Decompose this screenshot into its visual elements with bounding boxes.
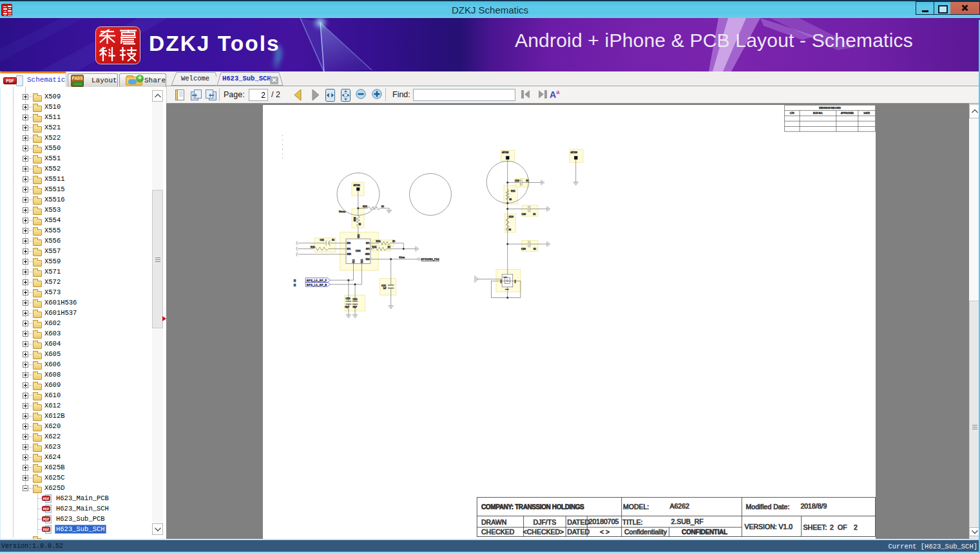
svg-text:20180705: 20180705 — [589, 518, 619, 525]
svg-text:<CHECKED>: <CHECKED> — [523, 528, 564, 536]
svg-text:R215: R215 — [372, 246, 377, 248]
svg-text:NC: NC — [533, 213, 536, 216]
svg-text:RC1: RC1 — [352, 259, 355, 263]
svg-text:RF1: RF1 — [366, 242, 370, 245]
svg-text:[1]: [1] — [294, 284, 296, 286]
svg-text:DRAWN: DRAWN — [481, 518, 506, 526]
svg-text:C208: C208 — [521, 248, 526, 250]
svg-text:ECR NO.: ECR NO. — [813, 112, 823, 115]
svg-text:GND: GND — [500, 279, 502, 283]
svg-text:33pF: 33pF — [353, 306, 358, 308]
svg-text:OF: OF — [838, 523, 847, 531]
svg-text:DATED: DATED — [567, 528, 590, 536]
svg-text:CONFIDENTIAL: CONFIDENTIAL — [682, 529, 727, 536]
svg-text:NC: NC — [388, 246, 390, 248]
svg-text:C214: C214 — [353, 298, 358, 301]
svg-text:1uF: 1uF — [383, 287, 387, 290]
svg-text:SHEET:: SHEET: — [803, 523, 827, 531]
svg-text:[1]: [1] — [294, 279, 296, 282]
svg-text:R214: R214 — [376, 240, 381, 243]
svg-text:RF2: RF2 — [366, 248, 370, 250]
svg-text:LTR: LTR — [790, 112, 794, 115]
svg-text:APPROVED: APPROVED — [841, 112, 854, 115]
svg-text:RF4: RF4 — [347, 248, 351, 250]
svg-text:NC: NC — [526, 180, 528, 182]
svg-text:GPS_L1_RF_P: GPS_L1_RF_P — [307, 279, 327, 282]
svg-text:GPS2600_PA1: GPS2600_PA1 — [421, 258, 439, 261]
svg-text:2018/8/9: 2018/8/9 — [800, 502, 827, 510]
svg-text:ANT201: ANT201 — [354, 184, 361, 187]
svg-text:Confidentiality: Confidentiality — [624, 528, 668, 536]
svg-text:COMPANY: TRANSSION HOLDINGS: COMPANY: TRANSSION HOLDINGS — [481, 503, 584, 511]
svg-text:REVISION RECORD: REVISION RECORD — [819, 107, 841, 109]
svg-text:NC: NC — [392, 240, 395, 243]
svg-text:NC: NC — [381, 205, 384, 208]
svg-text:U202: U202 — [356, 250, 361, 252]
svg-text:Modified Date:: Modified Date: — [746, 503, 790, 511]
svg-text:RC2: RC2 — [361, 259, 363, 263]
svg-text:RF3: RF3 — [347, 242, 351, 245]
svg-text:A6262: A6262 — [670, 502, 690, 510]
svg-text:C213: C213 — [346, 297, 351, 300]
svg-text:RFC: RFC — [358, 234, 360, 238]
svg-text:CHECKED: CHECKED — [481, 528, 515, 536]
svg-text:DATE: DATE — [864, 112, 870, 115]
svg-text:DATED: DATED — [567, 518, 590, 526]
svg-text:C211: C211 — [320, 239, 324, 241]
svg-text:0R: 0R — [510, 198, 512, 201]
svg-text:ANT202: ANT202 — [502, 151, 509, 154]
svg-text:GPS_L1_RF_N: GPS_L1_RF_N — [307, 284, 327, 286]
svg-text:33pF: 33pF — [345, 306, 350, 308]
svg-text:U101: U101 — [503, 276, 508, 278]
svg-text:0.1mm: 0.1mm — [399, 256, 405, 259]
svg-text:VDD: VDD — [365, 258, 369, 261]
svg-text:TITLE:: TITLE: — [622, 518, 643, 526]
svg-text:< >: < > — [600, 528, 610, 536]
svg-text:R208: R208 — [354, 217, 356, 221]
svg-text:C219: C219 — [515, 180, 519, 182]
svg-text:NC: NC — [533, 248, 536, 250]
svg-text:2: 2 — [854, 523, 858, 531]
svg-text:R211: R211 — [311, 246, 315, 248]
svg-text:2: 2 — [830, 523, 834, 531]
svg-text:GND: GND — [505, 288, 509, 290]
svg-text:MODEL:: MODEL: — [623, 503, 649, 511]
svg-text:GND: GND — [365, 253, 369, 256]
svg-text:C209: C209 — [521, 213, 526, 216]
svg-text:R213: R213 — [363, 205, 367, 208]
svg-text:VERSION: V1.0: VERSION: V1.0 — [745, 523, 793, 530]
svg-text:2.SUB_RF: 2.SUB_RF — [671, 518, 704, 525]
svg-text:0R: 0R — [509, 229, 512, 231]
svg-text:0R: 0R — [359, 223, 361, 225]
svg-text:NC: NC — [332, 239, 334, 241]
svg-text:R211: R211 — [511, 190, 515, 192]
svg-text:GND: GND — [514, 279, 516, 283]
svg-text:DJF/TS: DJF/TS — [533, 518, 557, 526]
svg-text:ANT203: ANT203 — [571, 151, 578, 154]
svg-text:R210: R210 — [509, 216, 514, 218]
svg-text:50ohm: 50ohm — [339, 211, 346, 213]
svg-text:GND: GND — [347, 253, 351, 256]
